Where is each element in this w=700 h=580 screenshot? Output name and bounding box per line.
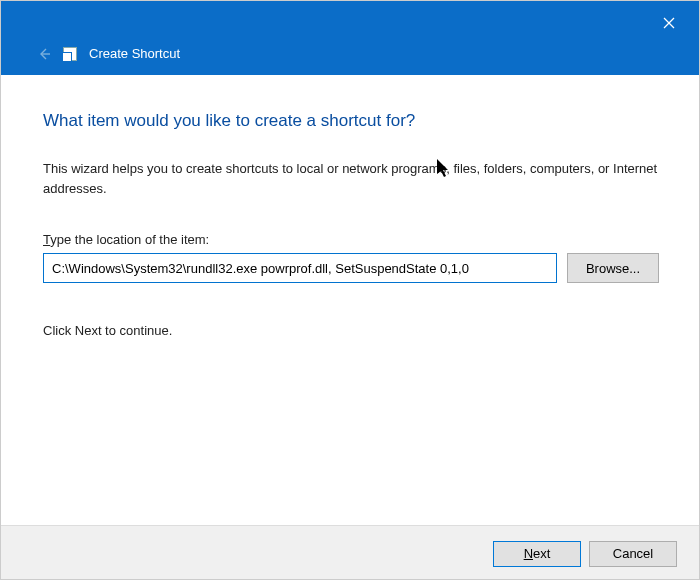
shortcut-icon [63, 47, 77, 61]
wizard-description: This wizard helps you to create shortcut… [43, 159, 659, 198]
back-arrow-icon [37, 47, 51, 61]
page-heading: What item would you like to create a sho… [43, 111, 659, 131]
next-button[interactable]: Next [493, 541, 581, 567]
cancel-button[interactable]: Cancel [589, 541, 677, 567]
input-row: Browse... [43, 253, 659, 283]
location-input[interactable] [43, 253, 557, 283]
browse-button[interactable]: Browse... [567, 253, 659, 283]
continue-hint: Click Next to continue. [43, 323, 659, 338]
titlebar: Create Shortcut [1, 1, 700, 75]
location-label: Type the location of the item: [43, 232, 659, 247]
close-button[interactable] [649, 9, 689, 37]
window-title: Create Shortcut [89, 46, 180, 61]
close-icon [663, 17, 675, 29]
footer: Next Cancel [1, 525, 700, 580]
content-area: What item would you like to create a sho… [1, 75, 700, 358]
